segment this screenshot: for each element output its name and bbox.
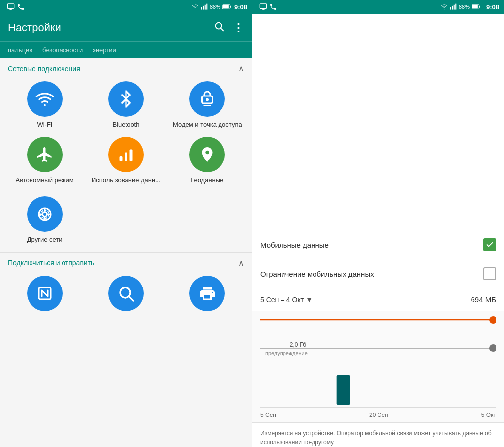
svg-line-9 [221,28,223,31]
search-icon[interactable] [214,21,224,34]
svg-rect-24 [450,7,451,10]
chart-label-start: 5 Сен [260,412,276,418]
print-icon-circle [189,276,225,311]
left-scroll-content: Сетевые подключения ∧ Wi-Fi [0,58,252,447]
search2-item[interactable] [89,276,162,315]
data-limit-label: Ограничение мобильных данных [260,270,483,278]
svg-rect-4 [206,4,207,10]
right-title: Использование данных [279,117,476,128]
info-text: Измеряется на устройстве. Оператор мобил… [252,423,504,447]
datausage-icon-circle [108,137,144,172]
chart-labels: 5 Сен 20 Сен 5 Окт [252,410,504,418]
other-networks-icon-circle [27,196,63,232]
date-range-value: 5 Сен – 4 Окт [260,296,304,304]
left-signal-icons: 88% [192,3,231,11]
svg-point-10 [44,104,46,106]
svg-rect-6 [223,5,229,8]
geodata-label: Геоданные [191,176,223,185]
back-button[interactable]: ← [260,116,271,128]
connect-grid [0,272,252,323]
right-content: Мобильные данные Ограничение мобильных д… [252,230,504,447]
data-amount: 694 МБ [471,295,496,304]
svg-rect-27 [455,4,456,10]
info-text-content: Измеряется на устройстве. Оператор мобил… [260,430,492,446]
bluetooth-label: Bluetooth [113,121,140,129]
connect-section-title: Подключиться и отправить [8,259,94,267]
modem-label: Модем и точка доступа [173,121,242,129]
left-panel: 88% 9:08 Настройки ⋮ пальцев безопасност… [0,0,252,447]
svg-rect-22 [260,4,266,8]
network-section-header: Сетевые подключения ∧ [0,58,252,77]
left-app-bar: Настройки ⋮ [0,14,252,41]
date-range-text[interactable]: 5 Сен – 4 Окт ▼ [260,296,471,304]
datausage-label: Исполь зование данн... [92,176,160,185]
tab-fingers[interactable]: пальцев [8,46,32,54]
right-overflow-menu-icon[interactable]: ⋮ [484,115,496,129]
svg-rect-31 [260,311,496,410]
data-limit-checkbox[interactable] [483,267,496,280]
bluetooth-item[interactable]: Bluetooth [89,81,162,129]
right-panel: 88% 9:08 ← Использование данных ⋮ Мобиль… [252,0,504,447]
other-networks-item[interactable]: Другие сети [8,196,81,244]
left-battery: 88% [210,4,220,10]
other-networks-row: Другие сети [0,192,252,252]
airplane-item[interactable]: Автономный режим [8,137,81,185]
airplane-label: Автономный режим [16,176,74,185]
chart-area: 2,0 Гб предупреждение [260,311,496,410]
svg-text:2,0 Гб: 2,0 Гб [290,341,306,348]
svg-rect-15 [129,149,132,161]
airplane-icon-circle [27,137,63,172]
svg-rect-38 [337,375,350,405]
mobile-data-checkbox[interactable] [483,238,496,251]
datausage-item[interactable]: Исполь зование данн... [89,137,162,185]
svg-rect-7 [230,6,231,8]
svg-rect-1 [201,7,202,10]
chart-svg: 2,0 Гб предупреждение [260,311,496,410]
svg-rect-25 [452,6,453,10]
svg-rect-14 [125,152,127,161]
svg-rect-3 [205,5,206,10]
geodata-item[interactable]: Геоданные [171,137,244,185]
bluetooth-icon-circle [108,81,144,117]
chart-label-end: 5 Окт [481,412,496,418]
svg-point-23 [444,9,444,9]
other-networks-label: Другие сети [27,236,63,244]
search2-icon-circle [108,276,144,311]
right-status-icons [257,3,438,11]
svg-rect-29 [472,5,478,8]
tab-security[interactable]: безопасности [42,46,83,54]
wifi-item[interactable]: Wi-Fi [8,81,81,129]
date-range-dropdown-icon[interactable]: ▼ [306,296,313,304]
geodata-icon-circle [189,137,225,172]
network-section-title: Сетевые подключения [8,65,80,73]
right-title-bar: ← Использование данных ⋮ [252,14,504,230]
network-collapse-icon[interactable]: ∧ [238,64,244,73]
svg-point-12 [206,98,209,101]
tab-energy[interactable]: энергии [93,46,116,54]
connect-collapse-icon[interactable]: ∧ [238,258,244,268]
data-limit-row[interactable]: Ограничение мобильных данных [252,259,504,288]
svg-rect-26 [454,5,455,10]
mobile-data-row[interactable]: Мобильные данные [252,230,504,259]
wifi-icon-circle [27,81,63,117]
right-time: 9:08 [486,3,499,11]
chart-container: 2,0 Гб предупреждение 5 Сен 20 Сен 5 Окт [252,311,504,423]
nfc-icon-circle [27,276,63,311]
left-status-icons [5,3,189,11]
svg-line-21 [129,296,133,300]
svg-rect-2 [203,6,204,10]
wifi-label: Wi-Fi [37,121,52,129]
date-range-row: 5 Сен – 4 Окт ▼ 694 МБ [252,288,504,311]
svg-text:предупреждение: предупреждение [265,351,308,356]
network-grid: Wi-Fi Bluetooth [0,77,252,192]
left-app-bar-icons: ⋮ [214,21,244,34]
svg-rect-30 [479,6,480,8]
svg-rect-40 [260,317,266,323]
mobile-data-label: Мобильные данные [260,241,483,249]
print-item[interactable] [171,276,244,315]
modem-item[interactable]: Модем и точка доступа [171,81,244,129]
chart-label-mid: 20 Сен [369,412,388,418]
overflow-menu-icon[interactable]: ⋮ [232,21,244,34]
nfc-item[interactable] [8,276,81,315]
left-status-bar: 88% 9:08 [0,0,252,14]
